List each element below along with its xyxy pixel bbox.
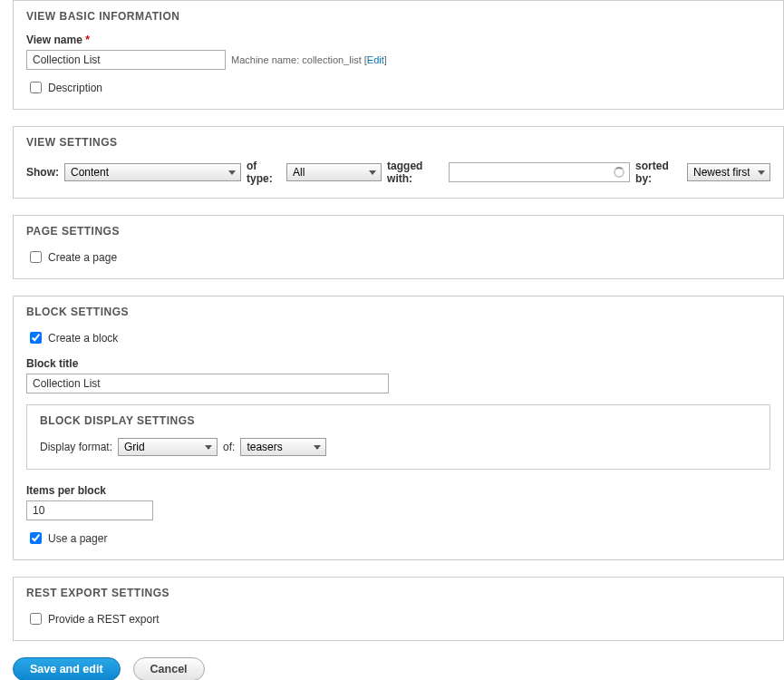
view-settings-legend: VIEW SETTINGS bbox=[26, 136, 770, 149]
rest-export-legend: REST EXPORT SETTINGS bbox=[26, 587, 770, 599]
view-name-input[interactable] bbox=[26, 50, 226, 70]
of-type-label: of type: bbox=[247, 160, 281, 185]
description-checkbox[interactable] bbox=[30, 82, 42, 93]
save-and-edit-button[interactable]: Save and edit bbox=[13, 657, 121, 680]
rest-export-fieldset: REST EXPORT SETTINGS Provide a REST expo… bbox=[13, 577, 784, 641]
loading-icon bbox=[614, 167, 624, 178]
provide-rest-export-label: Provide a REST export bbox=[48, 613, 160, 626]
required-star-icon: * bbox=[85, 34, 90, 46]
tagged-with-input[interactable] bbox=[449, 162, 630, 182]
display-of-select[interactable]: teasers bbox=[240, 438, 326, 456]
block-display-legend: BLOCK DISPLAY SETTINGS bbox=[40, 414, 757, 427]
block-title-label: Block title bbox=[26, 357, 770, 370]
show-label: Show: bbox=[26, 166, 59, 179]
use-pager-checkbox[interactable] bbox=[30, 532, 42, 544]
tagged-with-label: tagged with: bbox=[387, 160, 443, 185]
create-page-checkbox[interactable] bbox=[30, 251, 42, 263]
machine-name-edit-link[interactable]: Edit bbox=[367, 54, 384, 65]
create-page-label: Create a page bbox=[48, 251, 117, 264]
items-per-block-label: Items per block bbox=[26, 484, 770, 497]
basic-legend: VIEW BASIC INFORMATION bbox=[26, 10, 770, 23]
use-pager-label: Use a pager bbox=[48, 532, 107, 545]
items-per-block-input[interactable] bbox=[26, 500, 153, 520]
display-format-label: Display format: bbox=[40, 441, 112, 453]
block-display-settings-fieldset: BLOCK DISPLAY SETTINGS Display format: G… bbox=[26, 404, 770, 470]
block-settings-fieldset: BLOCK SETTINGS Create a block Block titl… bbox=[13, 296, 784, 560]
sorted-by-label: sorted by: bbox=[635, 160, 682, 185]
view-settings-fieldset: VIEW SETTINGS Show: Content of type: All… bbox=[13, 126, 784, 199]
provide-rest-export-checkbox[interactable] bbox=[30, 613, 42, 625]
description-label: Description bbox=[48, 82, 102, 94]
block-settings-legend: BLOCK SETTINGS bbox=[26, 306, 770, 318]
create-block-checkbox[interactable] bbox=[30, 332, 42, 344]
page-settings-legend: PAGE SETTINGS bbox=[26, 225, 770, 238]
form-actions: Save and edit Cancel bbox=[13, 657, 784, 680]
display-of-label: of: bbox=[223, 441, 235, 453]
show-select[interactable]: Content bbox=[64, 163, 241, 181]
of-type-select[interactable]: All bbox=[286, 163, 382, 181]
view-name-label: View name * bbox=[26, 34, 770, 46]
create-block-label: Create a block bbox=[48, 332, 118, 345]
cancel-button[interactable]: Cancel bbox=[133, 657, 205, 680]
view-name-label-text: View name bbox=[26, 34, 82, 46]
display-format-select[interactable]: Grid bbox=[118, 438, 218, 456]
block-title-input[interactable] bbox=[26, 374, 389, 393]
machine-name-text: Machine name: collection_list [Edit] bbox=[231, 54, 387, 65]
sorted-by-select[interactable]: Newest first bbox=[687, 163, 770, 181]
page-settings-fieldset: PAGE SETTINGS Create a page bbox=[13, 215, 784, 279]
basic-information-fieldset: VIEW BASIC INFORMATION View name * Machi… bbox=[13, 0, 784, 110]
